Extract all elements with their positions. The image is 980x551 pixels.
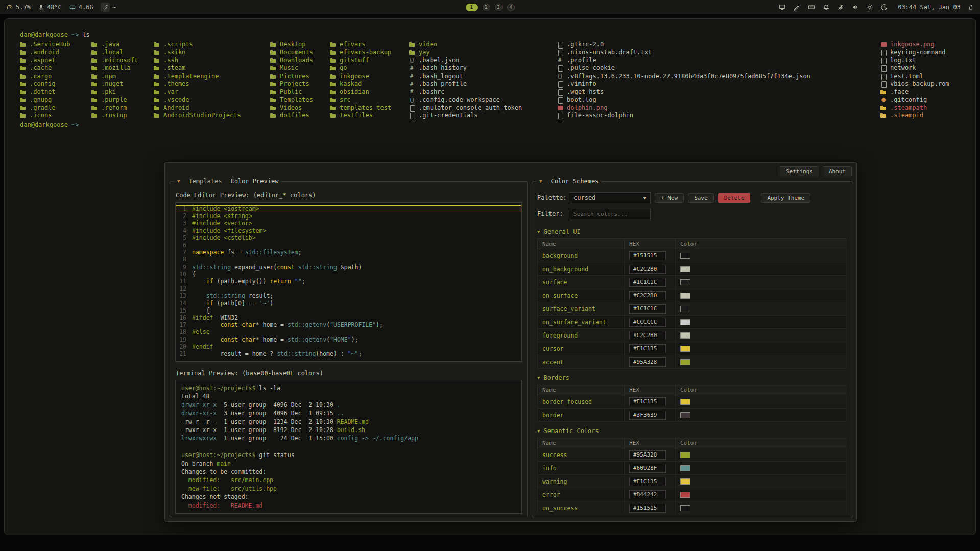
keyboard-icon[interactable] <box>807 4 816 11</box>
file-icon <box>557 81 564 87</box>
color-name: border <box>538 409 625 422</box>
night-light-icon[interactable] <box>880 4 888 11</box>
hex-input[interactable]: #C2C2B0 <box>629 265 666 274</box>
color-swatch[interactable] <box>680 492 690 498</box>
hex-input[interactable]: #C2C2B0 <box>629 331 666 340</box>
file-item: keyring-command <box>880 49 968 57</box>
color-swatch[interactable] <box>680 306 690 312</box>
hex-input[interactable]: #E1C135 <box>629 477 666 486</box>
color-swatch[interactable] <box>680 505 690 511</box>
clock[interactable]: 03:44 Sat, Jan 03 <box>898 4 961 11</box>
file-item: vbios_backup.rom <box>880 80 968 88</box>
file-name: boot.log <box>567 96 596 104</box>
file-item: .emulator_console_auth_token <box>409 104 557 112</box>
folder-icon <box>20 50 27 56</box>
about-button[interactable]: About <box>823 166 852 176</box>
tab-templates[interactable]: Templates <box>188 178 222 185</box>
home-label: ~ <box>112 4 116 11</box>
file-name: .themes <box>163 80 189 88</box>
filter-input[interactable] <box>569 209 651 219</box>
file-name: .icons <box>30 112 52 120</box>
hex-input[interactable]: #E1C135 <box>629 397 666 406</box>
hex-input[interactable]: #95A328 <box>629 450 666 460</box>
color-swatch[interactable] <box>680 279 690 285</box>
folder-icon <box>154 81 160 87</box>
volume-icon[interactable] <box>851 4 859 11</box>
collapse-triangle-icon[interactable]: ▼ <box>539 178 542 185</box>
color-swatch[interactable] <box>680 452 690 458</box>
settings-button[interactable]: Settings <box>780 166 819 176</box>
color-swatch[interactable] <box>680 319 690 325</box>
screen-icon[interactable] <box>778 4 786 11</box>
microphone-muted-icon[interactable] <box>837 4 844 11</box>
section-header-semantic-colors[interactable]: ▼Semantic Colors <box>537 427 846 435</box>
file-item: .dotnet <box>20 88 91 97</box>
hex-input[interactable]: #95A328 <box>629 357 666 367</box>
hex-input[interactable]: #CCCCCC <box>629 318 666 327</box>
pen-icon[interactable] <box>793 4 800 11</box>
folder-icon <box>20 81 27 87</box>
hex-input[interactable]: #B44242 <box>629 490 666 499</box>
hex-input[interactable]: #60928F <box>629 464 666 473</box>
file-name: Music <box>280 64 298 73</box>
line-number: 2 <box>176 212 192 220</box>
line-number: 10 <box>176 271 192 278</box>
prompt-user: dan@darkgoose <box>20 121 68 128</box>
hex-input[interactable]: #C2C2B0 <box>629 291 666 300</box>
file-item: .purple <box>91 96 154 104</box>
user-indicator: ~ <box>101 3 116 12</box>
hex-input[interactable]: #1C1C1C <box>629 278 666 287</box>
chevron-down-icon: ▼ <box>643 195 646 200</box>
workspace-2[interactable]: 2 <box>483 4 490 11</box>
save-button[interactable]: Save <box>688 193 714 203</box>
color-row: info#60928F <box>538 462 846 475</box>
file-item: .gtkrc-2.0 <box>557 41 880 49</box>
hex-input[interactable]: #E1C135 <box>629 344 666 353</box>
file-item: .config <box>20 80 91 88</box>
tab-color-preview[interactable]: Color Preview <box>230 178 278 185</box>
color-name: foreground <box>538 329 625 342</box>
apply-theme-button[interactable]: Apply Theme <box>761 193 810 203</box>
new-palette-button[interactable]: + New <box>655 193 684 203</box>
avatar <box>101 3 110 12</box>
color-row: border#3F3639 <box>538 409 846 422</box>
palette-select[interactable]: cursed ▼ <box>569 192 651 203</box>
terminal-line: new file: src/utils.hpp <box>181 485 516 493</box>
section-title: Borders <box>543 374 569 381</box>
color-swatch[interactable] <box>680 346 690 352</box>
color-swatch[interactable] <box>680 253 690 259</box>
color-swatch[interactable] <box>680 266 690 272</box>
color-table-general-ui: NameHEXColorbackground#151515on_backgrou… <box>537 238 846 369</box>
folder-icon <box>91 113 98 119</box>
color-swatch[interactable] <box>680 478 690 485</box>
shell-icon <box>409 73 416 79</box>
temperature-indicator: 48°C <box>38 4 62 11</box>
hex-input[interactable]: #151515 <box>629 504 666 513</box>
workspace-4[interactable]: 4 <box>507 4 515 11</box>
collapse-triangle-icon[interactable]: ▼ <box>177 178 180 185</box>
section-header-general-ui[interactable]: ▼General UI <box>537 228 846 235</box>
tray-icon[interactable] <box>968 4 974 11</box>
brightness-icon[interactable] <box>866 4 873 11</box>
file-item: templates_test <box>330 104 409 112</box>
color-swatch[interactable] <box>680 332 690 339</box>
delete-button[interactable]: Delete <box>718 193 751 203</box>
hex-input[interactable]: #1C1C1C <box>629 304 666 314</box>
color-swatch[interactable] <box>680 412 690 418</box>
workspace-1[interactable]: 1 <box>466 4 478 11</box>
color-swatch[interactable] <box>680 465 690 471</box>
color-row: accent#95A328 <box>538 355 846 369</box>
section-header-borders[interactable]: ▼Borders <box>537 374 846 381</box>
color-swatch[interactable] <box>680 359 690 365</box>
line-number: 16 <box>176 314 192 321</box>
hex-input[interactable]: #3F3639 <box>629 411 666 420</box>
folder-icon <box>154 113 160 119</box>
line-number: 18 <box>176 328 192 336</box>
color-swatch[interactable] <box>680 293 690 299</box>
color-name: background <box>538 249 625 262</box>
color-swatch[interactable] <box>680 399 690 405</box>
notification-bell-icon[interactable] <box>823 4 830 11</box>
folder-icon <box>270 97 277 103</box>
workspace-3[interactable]: 3 <box>495 4 503 11</box>
hex-input[interactable]: #151515 <box>629 251 666 260</box>
